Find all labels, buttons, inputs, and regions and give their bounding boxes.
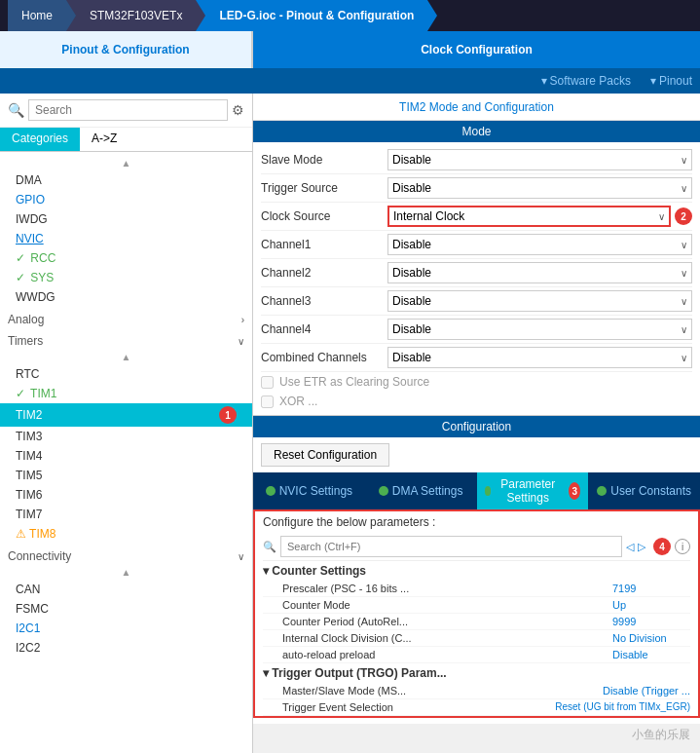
sidebar-item-rtc[interactable]: RTC [0,364,252,384]
param-value-counter-mode: Up [612,599,690,611]
sidebar-item-tim6[interactable]: TIM6 [0,485,252,505]
sidebar-item-tim1[interactable]: ✓ TIM1 [0,384,252,403]
nav-home-label: Home [21,9,53,22]
tab-bar: Pinout & Configuration Clock Configurati… [0,31,700,68]
param-prev-icon[interactable]: ◁ [626,541,634,553]
sidebar-item-gpio[interactable]: GPIO [0,190,252,209]
sidebar-item-nvic[interactable]: NVIC [0,229,252,248]
config-tab-parameter[interactable]: Parameter Settings 3 [477,472,589,509]
config-tab-user[interactable]: User Constants [588,472,700,509]
param-area: Configure the below parameters : 🔍 ◁ ▷ 4… [253,509,700,718]
config-tab-nvic[interactable]: NVIC Settings [253,472,365,509]
param-name-prescaler: Prescaler (PSC - 16 bits ... [282,583,612,594]
scroll-up[interactable]: ▲ [0,156,252,170]
sidebar-item-tim3[interactable]: TIM3 [0,427,252,446]
sidebar-gear-icon[interactable]: ⚙ [232,102,244,118]
sidebar-item-can[interactable]: CAN [0,580,252,599]
mode-row-trigger: Trigger Source Disable ∨ [261,174,692,203]
top-nav: Home STM32F103VETx LED-G.ioc - Pinout & … [0,0,700,31]
sidebar-list: ▲ DMA GPIO IWDG NVIC ✓ RCC ✓ SYS WWDG An… [0,152,252,753]
nav-stm-label: STM32F103VETx [90,9,182,22]
dropdown-arrow-combined: ∨ [681,353,687,363]
sub-tab-pinout-label: Pinout [659,74,692,88]
sub-tab-software-packs[interactable]: ▾ Software Packs [541,74,631,88]
sidebar-item-fsmc[interactable]: FSMC [0,599,252,619]
mode-checkbox-etr: Use ETR as Clearing Source [261,372,692,392]
checkbox-etr[interactable] [261,376,274,389]
checkbox-etr-label: Use ETR as Clearing Source [279,375,429,389]
nav-stm[interactable]: STM32F103VETx [66,0,196,31]
mode-checkbox-xor: XOR ... [261,392,692,411]
mode-select-ch3[interactable]: Disable ∨ [387,290,692,312]
nav-home[interactable]: Home [8,0,66,31]
tab-pinout[interactable]: Pinout & Configuration [0,31,253,68]
dropdown-arrow-ch1: ∨ [681,240,687,250]
param-row-prescaler: Prescaler (PSC - 16 bits ... 7199 [263,581,690,597]
info-icon[interactable]: i [675,539,690,554]
sidebar-item-tim7[interactable]: TIM7 [0,505,252,524]
connectivity-arrow: ∨ [238,551,244,562]
param-row-auto-reload: auto-reload preload Disable [263,647,690,663]
mode-label-ch1: Channel1 [261,238,387,251]
main-layout: 🔍 ⚙ Categories A->Z ▲ DMA GPIO IWDG NVIC… [0,94,700,753]
checkbox-xor[interactable] [261,395,274,408]
mode-select-slave[interactable]: Disable ∨ [387,149,692,170]
tab-clock[interactable]: Clock Configuration [253,31,700,68]
section-timers[interactable]: Timers ∨ [0,328,252,350]
sidebar-item-sys[interactable]: ✓ SYS [0,268,252,287]
user-check-dot [597,486,607,496]
sidebar-search-input[interactable] [28,99,228,121]
mode-row-ch3: Channel3 Disable ∨ [261,287,692,316]
param-value-auto-reload: Disable [612,649,690,660]
timers-scroll-up[interactable]: ▲ [0,350,252,364]
mode-section-header: Mode [253,121,700,142]
sub-tab-pinout[interactable]: ▾ Pinout [650,74,692,88]
sidebar-item-tim4[interactable]: TIM4 [0,446,252,466]
mode-label-ch4: Channel4 [261,322,387,336]
config-tab-dma[interactable]: DMA Settings [365,472,477,509]
analog-arrow: › [241,315,244,325]
tab-categories[interactable]: Categories [0,128,80,151]
mode-select-ch2[interactable]: Disable ∨ [387,262,692,283]
param-name-clock-div: Internal Clock Division (C... [282,632,612,644]
sidebar-item-dma[interactable]: DMA [0,170,252,190]
sidebar-item-tim8[interactable]: ⚠ TIM8 [0,524,252,544]
dropdown-arrow-ch2: ∨ [681,268,687,279]
param-row-master-slave: Master/Slave Mode (MS... Disable (Trigge… [263,683,690,699]
sidebar-item-rcc[interactable]: ✓ RCC [0,248,252,268]
sidebar-item-iwdg[interactable]: IWDG [0,209,252,229]
sidebar-item-i2c1[interactable]: I2C1 [0,619,252,638]
mode-select-ch1[interactable]: Disable ∨ [387,234,692,255]
section-connectivity[interactable]: Connectivity ∨ [0,544,252,565]
mode-row-ch4: Channel4 Disable ∨ [261,316,692,344]
param-next-icon[interactable]: ▷ [638,541,645,553]
param-search-input[interactable] [280,536,622,557]
param-row-counter-mode: Counter Mode Up [263,597,690,614]
mode-row-ch2: Channel2 Disable ∨ [261,259,692,287]
mode-select-trigger[interactable]: Disable ∨ [387,177,692,199]
sidebar-item-tim5[interactable]: TIM5 [0,466,252,485]
nav-led[interactable]: LED-G.ioc - Pinout & Configuration [196,0,427,31]
connectivity-scroll-up[interactable]: ▲ [0,565,252,580]
param-check-dot [485,486,492,496]
mode-select-clock[interactable]: Internal Clock ∨ [387,206,671,227]
sidebar-item-tim2[interactable]: TIM2 1 [0,403,252,427]
sidebar-item-i2c2[interactable]: I2C2 [0,638,252,658]
mode-label-combined: Combined Channels [261,351,387,364]
mode-label-slave: Slave Mode [261,153,387,167]
mode-select-combined[interactable]: Disable ∨ [387,347,692,368]
section-analog[interactable]: Analog › [0,307,252,328]
param-name-trigger-event: Trigger Event Selection [282,701,555,713]
content-area: TIM2 Mode and Configuration Mode Slave M… [253,94,700,753]
sidebar-item-wwdg[interactable]: WWDG [0,287,252,307]
content-scroll[interactable]: Mode Slave Mode Disable ∨ Trigger Source… [253,121,700,753]
param-name-counter-mode: Counter Mode [282,599,612,611]
mode-select-ch4[interactable]: Disable ∨ [387,319,692,340]
reset-config-button[interactable]: Reset Configuration [261,443,389,467]
param-name-auto-reload: auto-reload preload [282,649,612,660]
param-name-master-slave: Master/Slave Mode (MS... [282,685,603,697]
tab-az[interactable]: A->Z [80,128,129,151]
mode-row-clock: Clock Source Internal Clock ∨ 2 [261,203,692,231]
param-group-counter: ▾ Counter Settings [263,561,690,581]
dropdown-arrow-slave: ∨ [681,155,687,166]
